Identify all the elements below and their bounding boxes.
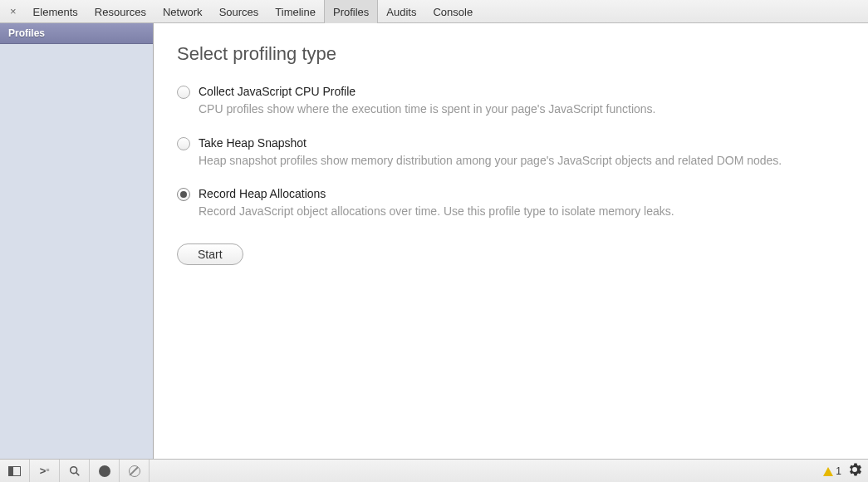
tab-resources[interactable]: Resources <box>86 0 154 23</box>
option-title-1[interactable]: Take Heap Snapshot <box>199 136 845 150</box>
profile-option-0: Collect JavaScript CPU ProfileCPU profil… <box>177 85 845 118</box>
option-text-0: Collect JavaScript CPU ProfileCPU profil… <box>199 85 845 118</box>
record-button[interactable] <box>90 460 120 482</box>
main-area: Profiles Select profiling type Collect J… <box>0 23 868 459</box>
radio-1[interactable] <box>177 137 190 150</box>
close-icon[interactable]: × <box>7 5 25 17</box>
option-desc-1: Heap snapshot profiles show memory distr… <box>199 153 845 170</box>
sidebar: Profiles <box>0 23 154 459</box>
profile-option-1: Take Heap SnapshotHeap snapshot profiles… <box>177 136 845 170</box>
tab-profiles[interactable]: Profiles <box>324 0 378 23</box>
radio-0[interactable] <box>177 86 190 99</box>
clear-icon <box>129 465 140 477</box>
warnings-indicator[interactable]: 1 <box>823 465 841 477</box>
settings-button[interactable] <box>848 463 861 480</box>
radio-2[interactable] <box>177 188 190 201</box>
option-title-2[interactable]: Record Heap Allocations <box>199 187 845 200</box>
search-icon <box>69 465 81 477</box>
option-text-1: Take Heap SnapshotHeap snapshot profiles… <box>199 136 845 170</box>
dock-toggle-button[interactable] <box>0 460 30 482</box>
tab-console[interactable]: Console <box>424 0 481 23</box>
warning-count: 1 <box>836 465 841 477</box>
svg-point-0 <box>70 466 76 473</box>
page-heading: Select profiling type <box>177 43 845 65</box>
option-desc-2: Record JavaScript object allocations ove… <box>199 204 845 220</box>
tab-elements[interactable]: Elements <box>25 0 86 23</box>
bottom-toolbar: >≡ 1 <box>0 459 868 482</box>
option-title-0[interactable]: Collect JavaScript CPU Profile <box>199 85 845 98</box>
content-panel: Select profiling type Collect JavaScript… <box>154 23 868 459</box>
option-desc-0: CPU profiles show where the execution ti… <box>199 101 845 118</box>
tab-network[interactable]: Network <box>154 0 211 23</box>
search-button[interactable] <box>60 460 90 482</box>
record-icon <box>99 465 110 477</box>
profile-option-2: Record Heap AllocationsRecord JavaScript… <box>177 187 845 220</box>
dock-icon <box>8 466 21 476</box>
devtools-tab-bar: × ElementsResourcesNetworkSourcesTimelin… <box>0 0 868 23</box>
tab-audits[interactable]: Audits <box>378 0 424 23</box>
warning-icon <box>823 467 833 476</box>
start-button[interactable]: Start <box>177 243 243 265</box>
clear-button[interactable] <box>120 460 150 482</box>
svg-line-1 <box>76 472 79 475</box>
show-console-button[interactable]: >≡ <box>30 460 60 482</box>
option-text-2: Record Heap AllocationsRecord JavaScript… <box>199 187 845 220</box>
tab-sources[interactable]: Sources <box>211 0 267 23</box>
tab-timeline[interactable]: Timeline <box>267 0 324 23</box>
sidebar-header: Profiles <box>0 23 153 44</box>
console-icon: >≡ <box>40 465 50 477</box>
